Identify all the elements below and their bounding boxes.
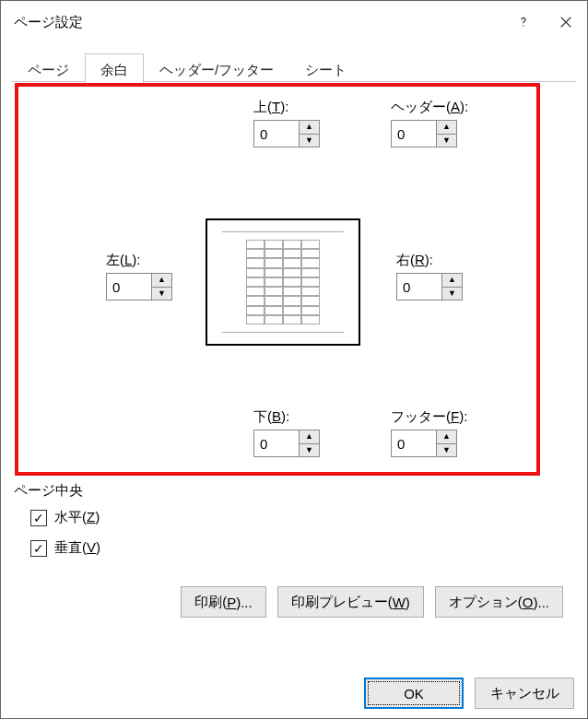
margin-left-label: 左(L):: [106, 252, 172, 269]
titlebar-close-button[interactable]: [545, 1, 587, 43]
margin-footer-group: フッター(F): ▲▼: [391, 408, 467, 457]
action-button-row: 印刷(P)... 印刷プレビュー(W) オプション(O)...: [12, 570, 576, 618]
close-icon: [559, 16, 572, 29]
margin-right-group: 右(R): ▲▼: [396, 252, 463, 301]
margin-footer-input[interactable]: [392, 430, 436, 456]
margin-bottom-input[interactable]: [254, 430, 299, 456]
help-icon: [517, 16, 530, 29]
dialog-footer: OK キャンセル: [1, 668, 587, 718]
margin-footer-label: フッター(F):: [391, 408, 467, 426]
spin-down-icon[interactable]: ▼: [437, 444, 456, 457]
spin-down-icon[interactable]: ▼: [152, 288, 171, 301]
margin-header-label: ヘッダー(A):: [391, 99, 468, 116]
page-preview: [206, 218, 360, 346]
print-button[interactable]: 印刷(P)...: [181, 586, 266, 618]
center-horizontal-label: 水平(Z): [54, 509, 100, 526]
print-preview-button[interactable]: 印刷プレビュー(W): [277, 586, 424, 618]
checkbox-icon: ✓: [30, 540, 47, 557]
tab-margins[interactable]: 余白: [85, 53, 144, 83]
spin-up-icon[interactable]: ▲: [437, 121, 456, 135]
margin-right-spinner[interactable]: ▲▼: [396, 273, 463, 301]
tab-sheet[interactable]: シート: [289, 53, 362, 83]
titlebar: ページ設定: [1, 1, 587, 43]
margin-bottom-spinner[interactable]: ▲▼: [253, 430, 320, 457]
margin-left-spinner[interactable]: ▲▼: [106, 273, 172, 301]
margin-top-spinner[interactable]: ▲▼: [253, 120, 320, 147]
margin-top-label: 上(T):: [253, 99, 320, 116]
margin-right-label: 右(R):: [396, 252, 463, 269]
margin-header-group: ヘッダー(A): ▲▼: [391, 99, 468, 147]
options-button[interactable]: オプション(O)...: [435, 586, 563, 618]
margin-top-group: 上(T): ▲▼: [253, 99, 320, 147]
spin-down-icon[interactable]: ▼: [300, 444, 319, 457]
checkbox-icon: ✓: [30, 510, 47, 526]
spin-down-icon[interactable]: ▼: [300, 135, 319, 147]
spin-up-icon[interactable]: ▲: [152, 274, 171, 288]
page-center-legend: ページ中央: [14, 482, 574, 500]
margin-footer-spinner[interactable]: ▲▼: [391, 430, 457, 457]
margin-left-input[interactable]: [107, 274, 151, 300]
tab-header-footer[interactable]: ヘッダー/フッター: [144, 53, 289, 83]
margin-left-group: 左(L): ▲▼: [106, 252, 172, 301]
tab-page[interactable]: ページ: [12, 53, 85, 83]
center-vertical-checkbox[interactable]: ✓ 垂直(V): [30, 539, 574, 557]
margin-top-input[interactable]: [254, 121, 299, 147]
spin-up-icon[interactable]: ▲: [300, 121, 319, 135]
margin-area: 上(T): ▲▼ ヘッダー(A): ▲▼ 左(L): ▲▼ 右(R):: [12, 82, 576, 478]
center-vertical-label: 垂直(V): [54, 539, 100, 557]
spin-up-icon[interactable]: ▲: [437, 430, 456, 444]
ok-button[interactable]: OK: [364, 678, 464, 709]
margin-bottom-label: 下(B):: [253, 408, 320, 426]
center-horizontal-checkbox[interactable]: ✓ 水平(Z): [30, 509, 574, 526]
page-center-group: ページ中央 ✓ 水平(Z) ✓ 垂直(V): [12, 482, 576, 557]
titlebar-title: ページ設定: [14, 14, 83, 31]
margin-header-spinner[interactable]: ▲▼: [391, 120, 457, 147]
spin-down-icon[interactable]: ▼: [442, 288, 462, 301]
spin-up-icon[interactable]: ▲: [442, 274, 462, 288]
tabs: ページ 余白 ヘッダー/フッター シート: [12, 53, 576, 82]
spin-down-icon[interactable]: ▼: [437, 135, 456, 147]
spin-up-icon[interactable]: ▲: [300, 430, 319, 444]
margin-header-input[interactable]: [392, 121, 436, 147]
page-preview-grid: [246, 240, 320, 324]
titlebar-help-button[interactable]: [502, 1, 545, 43]
cancel-button[interactable]: キャンセル: [475, 678, 574, 709]
margin-bottom-group: 下(B): ▲▼: [253, 408, 320, 457]
margin-right-input[interactable]: [397, 274, 441, 300]
